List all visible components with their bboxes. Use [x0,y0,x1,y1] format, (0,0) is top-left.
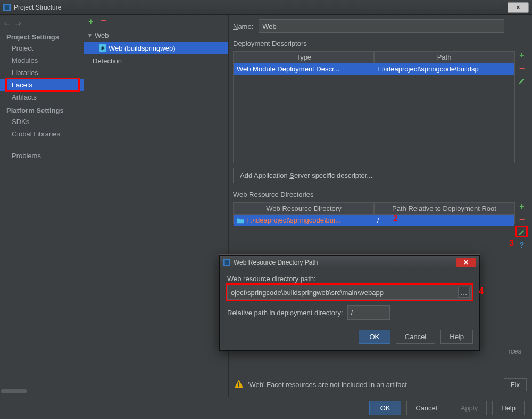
descriptor-add-button[interactable]: + [518,51,526,60]
tree-item-label: Web (buildspringweb) [109,44,176,52]
section-project-settings: Project Settings [0,30,84,42]
dialog-bottom-bar: OK Cancel Apply Help [0,397,532,419]
svg-rect-5 [225,260,229,265]
nav-item-sdks[interactable]: SDKs [0,116,84,128]
resourcedirs-header: Web Resource Directory Path Relative to … [234,202,514,215]
nav-item-facets[interactable]: Facets [0,79,84,91]
resource-add-button[interactable]: + [518,202,526,211]
warning-text: 'Web' Facet resources are not included i… [248,381,407,389]
resource-dir-row[interactable]: F:\ideaproject\springcode\bui... / [234,215,514,226]
nav-history-arrows[interactable]: ⇐ ⇒ [0,17,84,30]
fix-button[interactable]: Fix [504,378,527,391]
web-resource-dirs-label: Web Resource Directories [233,191,528,199]
resource-help-button[interactable]: ? [518,241,526,249]
left-panel-scrollbar[interactable] [1,389,27,393]
descriptor-row[interactable]: Web Module Deployment Descr... F:\ideapr… [234,63,514,75]
tree-detection-label: Detection [93,57,122,65]
annotation-3: 3 [509,239,514,248]
descriptor-type-cell: Web Module Deployment Descr... [234,63,374,75]
nav-item-project[interactable]: Project [0,42,84,54]
expand-arrow-icon[interactable]: ▼ [87,32,93,38]
dialog-help-button[interactable]: Help [440,330,473,344]
descriptor-path-cell: F:\ideaproject\springcode\buildsp [374,63,514,75]
main-apply-button[interactable]: Apply [452,401,487,415]
facet-name-input[interactable] [259,19,504,33]
tree-item-detection[interactable]: Detection [84,54,228,67]
dialog-path-input[interactable] [227,285,472,300]
tree-remove-button[interactable]: − [101,17,106,27]
resource-remove-button[interactable]: − [518,215,526,224]
dialog-relative-label: Relative path in deployment directory: [227,309,343,317]
warning-row: 'Web' Facet resources are not included i… [233,375,528,395]
svg-rect-1 [5,5,10,10]
descriptor-side-actions: + − [518,51,526,85]
descriptor-remove-button[interactable]: − [518,64,526,72]
nav-item-modules[interactable]: Modules [0,54,84,67]
warning-icon [234,379,244,390]
resource-edit-button[interactable] [518,228,526,236]
resource-side-actions: + − ? [518,202,526,249]
dialog-titlebar[interactable]: Web Resource Directory Path ✕ [220,256,479,269]
left-nav-panel: ⇐ ⇒ Project Settings Project Modules Lib… [0,15,84,397]
svg-rect-3 [238,385,239,387]
browse-path-button[interactable]: … [458,287,470,298]
col-resource-dir: Web Resource Directory [234,202,374,215]
dialog-ok-button[interactable]: OK [359,330,390,344]
col-relative-path: Path Relative to Deployment Root [374,202,514,215]
svg-rect-2 [238,382,239,385]
col-type: Type [234,51,374,63]
dialog-icon [223,259,230,266]
add-server-descriptor-button[interactable]: Add Application Server specific descript… [233,168,379,183]
resource-rel-cell: / [374,215,514,226]
deployment-descriptors-table: Type Path Web Module Deployment Descr...… [233,51,515,163]
window-title: Project Structure [14,4,508,11]
nav-item-libraries[interactable]: Libraries [0,67,84,79]
tree-item-web-facet[interactable]: ◉ Web (buildspringweb) [84,42,228,54]
window-close-button[interactable]: × [508,2,529,13]
folder-icon [237,217,244,224]
dialog-relative-input[interactable] [347,305,390,320]
resource-dir-cell: F:\ideaproject\springcode\bui... [234,215,374,226]
tree-root-web[interactable]: ▼ Web [84,29,228,42]
main-cancel-button[interactable]: Cancel [406,401,446,415]
resource-dirs-table: Web Resource Directory Path Relative to … [233,202,515,224]
app-icon [3,4,11,11]
web-facet-icon: ◉ [99,44,106,52]
nav-item-problems[interactable]: Problems [0,150,84,162]
nav-item-global-libraries[interactable]: Global Libraries [0,128,84,140]
dialog-path-label: Web resource directory path: [227,275,472,283]
pencil-icon [518,77,526,85]
nav-item-artifacts[interactable]: Artifacts [0,91,84,103]
tree-add-button[interactable]: + [88,17,93,27]
pencil-icon [518,228,526,236]
facet-tree-panel: + − ▼ Web ◉ Web (buildspringweb) Detecti… [84,15,229,397]
source-roots-trailing: rces [508,347,521,355]
dialog-title-text: Web Resource Directory Path [234,259,456,266]
tree-root-label: Web [95,31,109,39]
web-resource-directory-dialog: Web Resource Directory Path ✕ Web resour… [219,255,480,351]
dialog-cancel-button[interactable]: Cancel [396,330,435,344]
main-help-button[interactable]: Help [492,401,525,415]
name-label: Name: [233,22,253,30]
descriptors-header: Type Path [234,51,514,63]
section-platform-settings: Platform Settings [0,103,84,116]
dialog-close-button[interactable]: ✕ [456,258,476,267]
main-ok-button[interactable]: OK [369,401,401,415]
descriptor-edit-button[interactable] [518,77,526,85]
col-path: Path [374,51,514,63]
window-titlebar: Project Structure × [0,0,532,15]
deployment-descriptors-label: Deployment Descriptors [233,39,528,47]
